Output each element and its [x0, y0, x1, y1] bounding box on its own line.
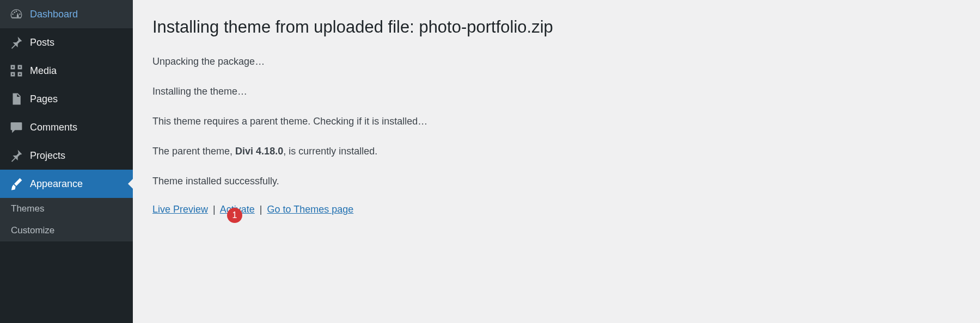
dashboard-icon [9, 7, 23, 21]
status-parent-installed: The parent theme, Divi 4.18.0, is curren… [152, 144, 960, 159]
status-parent-check: This theme requires a parent theme. Chec… [152, 114, 960, 129]
sidebar-item-label: Comments [30, 122, 77, 133]
action-links: Live Preview | Activate | Go to Themes p… [152, 204, 960, 215]
pin-icon [9, 35, 23, 49]
sidebar-item-label: Media [30, 65, 57, 77]
status-installing: Installing the theme… [152, 84, 960, 99]
sidebar-item-dashboard[interactable]: Dashboard [0, 0, 133, 28]
admin-sidebar: Dashboard Posts Media Pages Comments Pro… [0, 0, 133, 323]
page-title: Installing theme from uploaded file: pho… [152, 16, 960, 38]
submenu-item-customize[interactable]: Customize [0, 220, 133, 241]
sidebar-item-media[interactable]: Media [0, 57, 133, 85]
sidebar-item-label: Dashboard [30, 9, 78, 20]
appearance-submenu: Themes Customize [0, 198, 133, 241]
pin-icon [9, 148, 23, 163]
sidebar-item-projects[interactable]: Projects [0, 141, 133, 170]
submenu-item-themes[interactable]: Themes [0, 198, 133, 220]
sidebar-item-posts[interactable]: Posts [0, 28, 133, 57]
media-icon [9, 64, 23, 78]
sidebar-item-label: Posts [30, 37, 54, 48]
brush-icon [9, 177, 23, 191]
sidebar-item-pages[interactable]: Pages [0, 85, 133, 113]
live-preview-link[interactable]: Live Preview [152, 204, 208, 215]
parent-theme-name: Divi 4.18.0 [235, 146, 283, 157]
comment-icon [9, 120, 23, 134]
sidebar-item-label: Pages [30, 94, 58, 105]
sidebar-item-label: Projects [30, 150, 65, 162]
sidebar-item-appearance[interactable]: Appearance [0, 170, 133, 198]
status-unpacking: Unpacking the package… [152, 54, 960, 69]
themes-page-link[interactable]: Go to Themes page [267, 204, 354, 215]
main-content: Installing theme from uploaded file: pho… [133, 0, 980, 323]
annotation-badge: 1 [227, 208, 242, 223]
status-success: Theme installed successfully. [152, 174, 960, 189]
pages-icon [9, 92, 23, 106]
sidebar-item-label: Appearance [30, 178, 83, 190]
sidebar-item-comments[interactable]: Comments [0, 113, 133, 141]
